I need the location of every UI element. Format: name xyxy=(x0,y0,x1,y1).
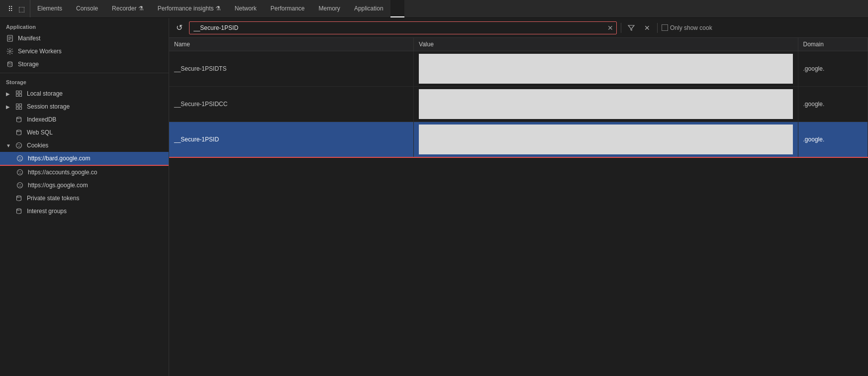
tab-recorder[interactable]: Recorder ⚗ xyxy=(105,0,151,17)
svg-point-5 xyxy=(8,62,12,63)
sidebar-divider-1 xyxy=(0,73,169,73)
cell-domain-2: .google. xyxy=(798,122,868,158)
grid-icon-2 xyxy=(15,103,23,111)
tab-memory[interactable]: Application xyxy=(347,0,390,17)
dock-icon[interactable]: ⠿ xyxy=(6,4,15,13)
gear-icon xyxy=(6,47,14,55)
svg-point-36 xyxy=(17,196,21,197)
tab-sources[interactable]: Network xyxy=(228,0,264,17)
layout-icon[interactable]: ⬚ xyxy=(17,4,26,13)
grid-icon xyxy=(15,90,23,98)
svg-rect-9 xyxy=(19,94,22,97)
svg-point-26 xyxy=(17,170,23,175)
devtools-icons: ⠿ ⬚ xyxy=(2,0,30,17)
sidebar-item-service-workers[interactable]: Service Workers xyxy=(0,45,169,58)
search-input[interactable] xyxy=(190,22,604,34)
svg-point-25 xyxy=(20,159,21,160)
cookie-icon xyxy=(15,141,23,149)
svg-point-34 xyxy=(19,186,20,187)
sidebar-item-accounts-google[interactable]: https://accounts.google.co xyxy=(0,165,169,179)
sidebar-item-session-storage[interactable]: ▶ Session storage xyxy=(0,100,169,113)
search-input-wrap: ✕ xyxy=(189,21,617,34)
cell-name-1: __Secure-1PSIDCC xyxy=(169,87,414,122)
cylinder-icon-2 xyxy=(15,116,23,124)
col-header-domain: Domain xyxy=(798,38,868,51)
col-header-name: Name xyxy=(169,38,414,51)
cell-domain-1: .google. xyxy=(798,87,868,122)
search-clear-button[interactable]: ✕ xyxy=(604,24,616,32)
svg-point-32 xyxy=(18,184,19,185)
svg-point-15 xyxy=(17,130,21,131)
cell-value-2 xyxy=(414,122,798,158)
svg-point-30 xyxy=(20,173,21,174)
toolbar-row: ↺ ✕ ✕ Only show cook xyxy=(169,18,868,38)
svg-rect-11 xyxy=(19,104,22,107)
svg-point-23 xyxy=(20,157,21,158)
tab-elements[interactable]: Elements xyxy=(30,0,69,17)
svg-rect-7 xyxy=(19,91,22,94)
only-show-cookies-checkbox[interactable] xyxy=(662,24,668,31)
svg-point-31 xyxy=(17,183,23,188)
svg-rect-13 xyxy=(19,107,22,110)
cookies-arrow: ▼ xyxy=(6,143,11,148)
sidebar-item-private-state-tokens[interactable]: ▶ Private state tokens xyxy=(0,192,169,205)
sidebar: Application Manifest Service Workers xyxy=(0,18,169,376)
storage-section-header: Storage xyxy=(0,75,169,87)
content-area: ↺ ✕ ✕ Only show cook xyxy=(169,18,868,376)
session-storage-arrow: ▶ xyxy=(6,104,11,110)
table-row[interactable]: __Secure-1PSIDTS .google. xyxy=(169,51,868,87)
col-header-value: Value xyxy=(414,38,798,51)
table-row-selected[interactable]: __Secure-1PSID .google. xyxy=(169,122,868,158)
sidebar-item-storage[interactable]: Storage xyxy=(0,58,169,71)
sidebar-item-ogs-google[interactable]: https://ogs.google.com xyxy=(0,179,169,192)
cookie-icon-4 xyxy=(16,181,24,189)
main-layout: Application Manifest Service Workers xyxy=(0,18,868,376)
tab-console[interactable]: Console xyxy=(69,0,105,17)
svg-point-14 xyxy=(17,117,21,119)
cylinder-icon xyxy=(6,60,14,68)
cylinder-icon-5 xyxy=(15,207,23,215)
svg-point-21 xyxy=(17,156,23,161)
svg-point-22 xyxy=(18,157,19,158)
svg-point-4 xyxy=(9,50,11,52)
cell-value-1 xyxy=(414,87,798,122)
svg-rect-12 xyxy=(16,107,19,110)
application-section-header: Application xyxy=(0,20,169,32)
table-body: __Secure-1PSIDTS .google. __Secure-1PSID… xyxy=(169,51,868,158)
sidebar-item-bard-google[interactable]: https://bard.google.com xyxy=(0,152,169,165)
svg-point-18 xyxy=(19,144,20,145)
svg-point-17 xyxy=(17,144,18,145)
refresh-button[interactable]: ↺ xyxy=(173,22,185,34)
clear-filter-button[interactable]: ✕ xyxy=(641,22,653,34)
cylinder-icon-3 xyxy=(15,128,23,136)
svg-point-24 xyxy=(19,159,20,160)
only-show-cookies-label: Only show cook xyxy=(662,24,712,31)
tab-network[interactable]: Performance xyxy=(264,0,312,17)
sidebar-item-local-storage[interactable]: ▶ Local storage xyxy=(0,87,169,100)
toolbar-separator-2 xyxy=(657,23,658,33)
cell-domain-0: .google. xyxy=(798,51,868,87)
tab-performance[interactable]: Memory xyxy=(312,0,347,17)
svg-rect-8 xyxy=(16,94,19,97)
table-header: Name Value Domain xyxy=(169,38,868,51)
value-cell-bg-2 xyxy=(419,125,792,154)
value-cell-bg-0 xyxy=(419,54,792,84)
cell-value-0 xyxy=(414,51,798,87)
tab-performance-insights[interactable]: Performance insights ⚗ xyxy=(151,0,228,17)
value-cell-bg-1 xyxy=(419,89,792,119)
local-storage-arrow: ▶ xyxy=(6,91,11,97)
filter-button[interactable] xyxy=(625,22,637,34)
sidebar-item-cookies[interactable]: ▼ Cookies xyxy=(0,139,169,152)
toolbar-separator-1 xyxy=(621,23,621,33)
sidebar-item-web-sql[interactable]: ▶ Web SQL xyxy=(0,126,169,139)
table-row[interactable]: __Secure-1PSIDCC .google. xyxy=(169,87,868,122)
cell-name-0: __Secure-1PSIDTS xyxy=(169,51,414,87)
cell-name-2: __Secure-1PSID xyxy=(169,122,414,158)
tab-application[interactable] xyxy=(390,0,404,17)
cookie-icon-2 xyxy=(16,154,24,162)
svg-point-20 xyxy=(19,146,20,147)
sidebar-item-indexeddb[interactable]: ▶ IndexedDB xyxy=(0,113,169,126)
sidebar-item-manifest[interactable]: Manifest xyxy=(0,32,169,45)
sidebar-item-interest-groups[interactable]: ▶ Interest groups xyxy=(0,205,169,218)
svg-point-29 xyxy=(19,173,20,174)
